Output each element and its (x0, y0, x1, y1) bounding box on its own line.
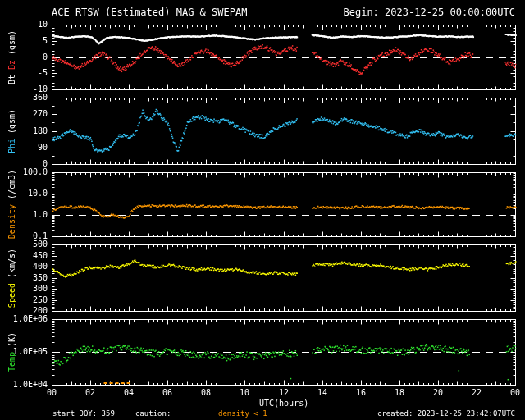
created-timestamp: created: 2023-12-25 23:42:07UTC (377, 409, 515, 418)
x-tick-label: 00 (42, 388, 62, 398)
begin-timestamp: Begin: 2023-12-25 00:00:00UTC (343, 7, 515, 18)
page-title: ACE RTSW (Estimated) MAG & SWEPAM (52, 7, 247, 18)
y-tick-label: 180 (10, 126, 48, 136)
y-tick-label: 1.0E+06 (10, 314, 48, 324)
x-tick-label: 22 (467, 388, 486, 398)
caution-value: density < 1 (218, 409, 267, 418)
x-tick-label: 18 (390, 388, 409, 398)
x-tick-label: 10 (235, 388, 254, 398)
y-tick-label: 10.0 (10, 189, 48, 199)
y-tick-label: 450 (10, 251, 48, 261)
ace-rtsw-plot: ACE RTSW (Estimated) MAG & SWEPAM Begin:… (0, 0, 525, 420)
start-doy-label: start DOY: 359 (52, 409, 115, 418)
x-tick-label: 14 (313, 388, 332, 398)
y-tick-label: 300 (10, 284, 48, 294)
y-tick-label: 100.0 (10, 167, 48, 177)
y-tick-label: 5 (10, 36, 48, 46)
y-tick-label: 250 (10, 295, 48, 305)
x-tick-label: 20 (428, 388, 448, 398)
panel-ylabel-density: Density (/cm3) (2, 172, 23, 236)
y-tick-label: 0 (10, 52, 48, 62)
x-tick-label: 00 (505, 388, 525, 398)
y-tick-label: 1.0 (10, 210, 48, 220)
y-tick-label: 360 (10, 93, 48, 103)
y-tick-label: 10 (10, 20, 48, 30)
y-tick-label: 350 (10, 273, 48, 283)
x-axis-title: UTC(hours) (259, 399, 308, 409)
x-tick-label: 16 (351, 388, 371, 398)
x-tick-label: 08 (196, 388, 216, 398)
y-tick-label: 270 (10, 109, 48, 119)
y-tick-label: 400 (10, 262, 48, 272)
x-tick-label: 02 (80, 388, 100, 398)
x-tick-label: 04 (119, 388, 139, 398)
x-tick-label: 12 (274, 388, 294, 398)
x-tick-label: 06 (158, 388, 177, 398)
y-tick-label: 90 (10, 143, 48, 153)
y-tick-label: -5 (10, 68, 48, 78)
y-tick-label: 500 (10, 240, 48, 249)
y-tick-label: 1.0E+05 (10, 347, 48, 357)
caution-label: caution: (135, 409, 171, 418)
chart-canvas (0, 0, 525, 420)
